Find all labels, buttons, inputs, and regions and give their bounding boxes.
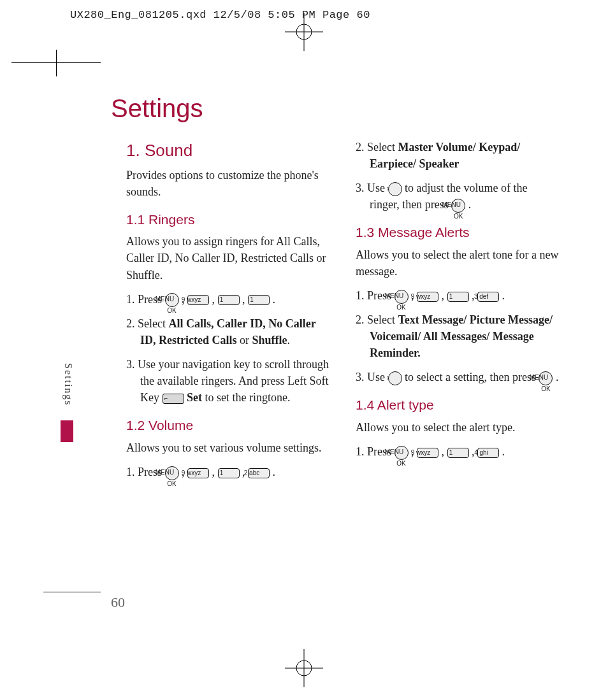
svg-point-3 xyxy=(296,661,312,676)
heading-sound: 1. Sound xyxy=(126,139,330,163)
content-columns: 1. Sound Provides options to customize t… xyxy=(126,139,572,488)
nav-updown-icon: ↕ xyxy=(388,182,402,196)
key-1-icon: 1 xyxy=(447,448,469,458)
menu-ok-icon: MENU OK xyxy=(451,199,465,213)
heading-alert-type: 1.4 Alert type xyxy=(356,396,560,415)
crop-mark-top xyxy=(11,50,101,76)
message-alerts-desc: Allows you to select the alert tone for … xyxy=(356,246,560,280)
ringers-step1: 1. Press MENU OK , 9 wxyz , 1 , 1 . xyxy=(126,291,330,308)
key-2-icon: 2 abc xyxy=(248,468,270,478)
key-9-icon: 9 wxyz xyxy=(187,295,209,305)
alerttype-step1: 1. Press MENU OK , 9 wxyz , 1 , 4 ghi . xyxy=(356,443,560,460)
svg-point-0 xyxy=(296,24,312,39)
volume-step1: 1. Press MENU OK , 9 wxyz , 1 , 2 abc . xyxy=(126,464,330,480)
menu-ok-icon: MENU OK xyxy=(394,290,409,304)
heading-volume: 1.2 Volume xyxy=(126,416,330,435)
key-1-icon: 1 xyxy=(248,295,270,305)
msgalert-step3: 3. Use ↕ to select a setting, then press… xyxy=(356,369,560,385)
ringers-step3: 3. Use your navigation key to scroll thr… xyxy=(126,356,330,406)
key-9-icon: 9 wxyz xyxy=(417,292,438,302)
nav-updown-icon: ↕ xyxy=(388,371,402,385)
key-1-icon: 1 xyxy=(218,295,240,305)
menu-ok-icon: MENU OK xyxy=(394,446,409,460)
qxd-header: UX280_Eng_081205.qxd 12/5/08 5:05 PM Pag… xyxy=(70,9,370,21)
page-number: 60 xyxy=(111,594,125,611)
volume-step2: 2. Select Master Volume/ Keypad/ Earpiec… xyxy=(356,139,560,172)
ringers-desc: Allows you to assign ringers for All Cal… xyxy=(126,233,330,283)
msgalert-step2: 2. Select Text Message/ Picture Message/… xyxy=(356,311,560,361)
key-1-icon: 1 xyxy=(218,468,240,478)
volume-desc: Allows you to set various volume setting… xyxy=(126,439,330,456)
sound-desc: Provides options to customize the phone'… xyxy=(126,167,330,200)
menu-ok-icon: MENU OK xyxy=(165,293,179,307)
alert-type-desc: Allows you to select the alert type. xyxy=(356,419,560,436)
manual-page: UX280_Eng_081205.qxd 12/5/08 5:05 PM Pag… xyxy=(0,0,608,700)
side-tab-bar xyxy=(61,420,73,442)
menu-ok-icon: MENU OK xyxy=(539,371,553,385)
heading-message-alerts: 1.3 Message Alerts xyxy=(356,223,560,242)
key-9-icon: 9 wxyz xyxy=(187,468,209,478)
ringers-step2: 2. Select All Calls, Caller ID, No Calle… xyxy=(126,315,330,348)
side-tab-label: Settings xyxy=(62,363,74,406)
volume-step3: 3. Use ↕ to adjust the volume of the rin… xyxy=(356,180,560,213)
key-1-icon: 1 xyxy=(447,292,469,302)
column-left: 1. Sound Provides options to customize t… xyxy=(126,139,330,488)
crop-mark-bottom xyxy=(43,579,101,606)
key-3-icon: 3 def xyxy=(477,292,499,302)
key-9-icon: 9 wxyz xyxy=(417,448,438,458)
heading-ringers: 1.1 Ringers xyxy=(126,210,330,229)
msgalert-step1: 1. Press MENU OK , 9 wxyz , 1 , 3 def . xyxy=(356,287,560,304)
menu-ok-icon: MENU OK xyxy=(165,466,179,480)
column-right: 2. Select Master Volume/ Keypad/ Earpiec… xyxy=(356,139,560,488)
key-4-icon: 4 ghi xyxy=(477,448,499,458)
page-title: Settings xyxy=(111,94,203,123)
registration-mark-bottom xyxy=(0,649,608,687)
left-softkey-icon: ⌐ xyxy=(163,394,184,404)
